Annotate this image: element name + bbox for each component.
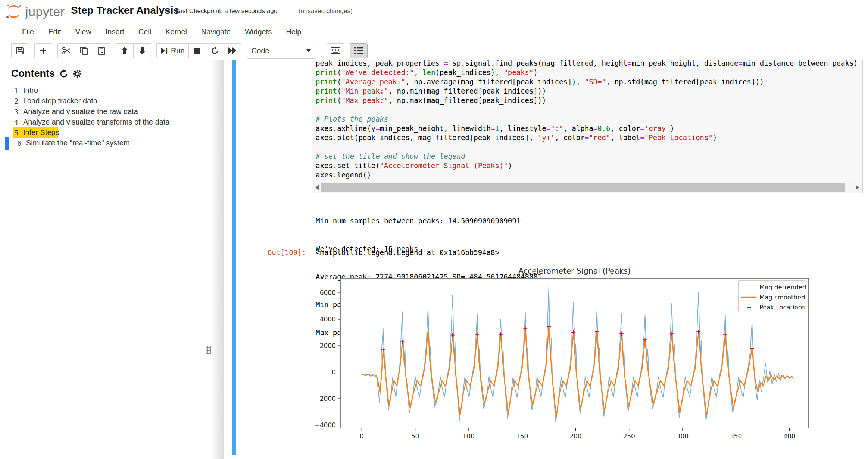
paste-cell-button[interactable] — [93, 43, 110, 58]
save-button[interactable] — [11, 43, 29, 58]
toc-refresh-icon[interactable] — [59, 69, 68, 78]
x-tick-label: 400 — [783, 433, 795, 440]
code-line: peak_indices, peak_properties = sp.signa… — [316, 59, 861, 68]
restart-icon — [211, 47, 219, 55]
menu-insert[interactable]: Insert — [99, 24, 131, 40]
x-tick-label: 50 — [411, 433, 419, 440]
add-cell-button[interactable] — [34, 43, 52, 58]
jupyter-notebook-app: jupyter Step Tracker Analysis Last Check… — [0, 0, 868, 459]
jupyter-wordmark: jupyter — [25, 4, 65, 19]
x-tick-label: 200 — [569, 433, 581, 440]
toc-item-analyze-transforms[interactable]: 4 Analyze and visualize transforms of th… — [0, 117, 209, 128]
stdout-line: Min num samples between peaks: 14.509090… — [316, 216, 542, 226]
code-line: axes.plot(peak_indices, mag_filtered[pea… — [316, 133, 861, 142]
arrow-down-icon — [138, 47, 146, 55]
cut-cell-button[interactable] — [57, 43, 75, 58]
keyboard-icon — [331, 47, 340, 54]
y-tick-label: 2000 — [320, 342, 336, 349]
save-icon — [16, 47, 24, 55]
copy-icon — [80, 47, 88, 55]
y-tick-label: 6000 — [320, 289, 336, 296]
toc-item-simulate-realtime[interactable]: 6 Simulate the "real-time" system — [0, 138, 209, 149]
stop-icon — [194, 47, 201, 54]
code-line: print("Min peak:", np.min(mag_filtered[p… — [316, 87, 861, 96]
x-tick-label: 300 — [677, 433, 689, 440]
toolbar: Run Code — [0, 43, 868, 59]
restart-kernel-button[interactable] — [206, 43, 224, 58]
cell-type-value: Code — [252, 47, 269, 55]
x-tick-label: 100 — [463, 433, 475, 440]
command-palette-button[interactable] — [327, 43, 344, 58]
move-cell-up-button[interactable] — [116, 43, 134, 58]
chart-title: Accelerometer Signal (Peaks) — [518, 267, 631, 276]
menu-edit[interactable]: Edit — [41, 24, 68, 40]
toc-item-label: Simulate the "real-time" system — [26, 139, 130, 147]
selected-cell-indicator — [232, 60, 236, 455]
y-tick-label: −2000 — [314, 395, 336, 402]
menu-kernel[interactable]: Kernel — [158, 24, 194, 40]
move-cell-down-button[interactable] — [133, 43, 151, 58]
y-tick-label: −4000 — [314, 421, 336, 429]
toc-item-load-data[interactable]: 2 Load step tracker data — [0, 96, 209, 107]
y-tick-label: 4000 — [320, 315, 336, 323]
paste-icon — [97, 47, 106, 55]
code-line: # set the title and show the legend — [316, 152, 861, 161]
toc-item-infer-steps[interactable]: 5 Infer Steps — [0, 128, 209, 139]
code-line: print("We've detected:", len(peak_indice… — [316, 68, 861, 77]
run-button[interactable]: Run — [156, 43, 189, 58]
toc-item-number: 5 — [14, 129, 18, 137]
menu-file[interactable]: File — [15, 24, 41, 40]
scroll-right-arrow[interactable] — [853, 183, 861, 192]
code-editor[interactable]: peak_indices, peak_properties = sp.signa… — [316, 59, 861, 182]
toc-item-analyze-raw[interactable]: 3 Analyze and visualize the raw data — [0, 107, 209, 118]
toc-item-intro[interactable]: 1 Intro — [0, 86, 209, 97]
legend-label: Peak Locations — [759, 304, 805, 311]
toc-item-number: 3 — [14, 108, 18, 116]
scrollbar-thumb[interactable] — [321, 183, 845, 192]
plus-icon — [40, 47, 47, 54]
toc-item-number: 4 — [14, 119, 18, 126]
code-line — [316, 142, 861, 152]
toc-item-label: Analyze and visualize transforms of the … — [23, 118, 169, 126]
jupyter-logo-icon — [5, 3, 22, 20]
out-result-value: <matplotlib.legend.Legend at 0x1a16bb594… — [316, 248, 499, 257]
jupyter-logo[interactable]: jupyter — [5, 2, 65, 21]
code-line: axes.set_title("Accelerometer Signal (Pe… — [316, 161, 861, 170]
code-line: # Plots the peaks — [316, 114, 861, 124]
y-tick-label: 0 — [332, 368, 336, 376]
toc-item-label: Intro — [23, 86, 38, 95]
menu-navigate[interactable]: Navigate — [194, 24, 238, 40]
menu-cell[interactable]: Cell — [131, 24, 158, 40]
figure: Accelerometer Signal (Peaks)600040002000… — [310, 265, 825, 444]
code-line: axes.legend() — [316, 170, 861, 180]
toc-settings-gear-icon[interactable] — [73, 69, 82, 78]
restart-run-all-button[interactable] — [224, 43, 241, 58]
cell-type-select[interactable]: Code — [247, 43, 316, 59]
toc-heading: Contents — [11, 68, 82, 79]
x-tick-label: 150 — [516, 433, 528, 440]
notebook-title[interactable]: Step Tracker Analysis — [71, 4, 179, 16]
x-tick-label: 250 — [623, 433, 635, 440]
toc-item-number: 1 — [14, 87, 18, 95]
toc-current-indicator — [5, 137, 9, 150]
menu-view[interactable]: View — [68, 24, 99, 40]
menu-widgets[interactable]: Widgets — [238, 24, 279, 40]
out-prompt: Out[109]: — [239, 248, 306, 257]
sidebar-shadow — [211, 60, 224, 459]
code-line: print("Average peak:", np.average(mag_fi… — [316, 77, 861, 87]
x-tick-label: 0 — [360, 433, 364, 440]
code-line — [316, 105, 861, 114]
app-chrome: jupyter Step Tracker Analysis Last Check… — [0, 0, 868, 60]
menu-help[interactable]: Help — [279, 24, 308, 40]
toc-item-label: Infer Steps — [23, 128, 59, 137]
fast-forward-icon — [228, 47, 237, 54]
chevron-down-icon — [306, 49, 311, 53]
x-tick-label: 350 — [730, 433, 742, 440]
run-button-label: Run — [171, 47, 185, 55]
stop-button[interactable] — [188, 43, 206, 58]
toc-toggle-button[interactable] — [350, 43, 368, 58]
scroll-left-arrow[interactable] — [313, 183, 321, 192]
unsaved-changes-badge: (unsaved changes) — [299, 7, 353, 15]
copy-cell-button[interactable] — [75, 43, 93, 58]
code-line: axes.axhline(y=min_peak_height, linewidt… — [316, 124, 861, 133]
